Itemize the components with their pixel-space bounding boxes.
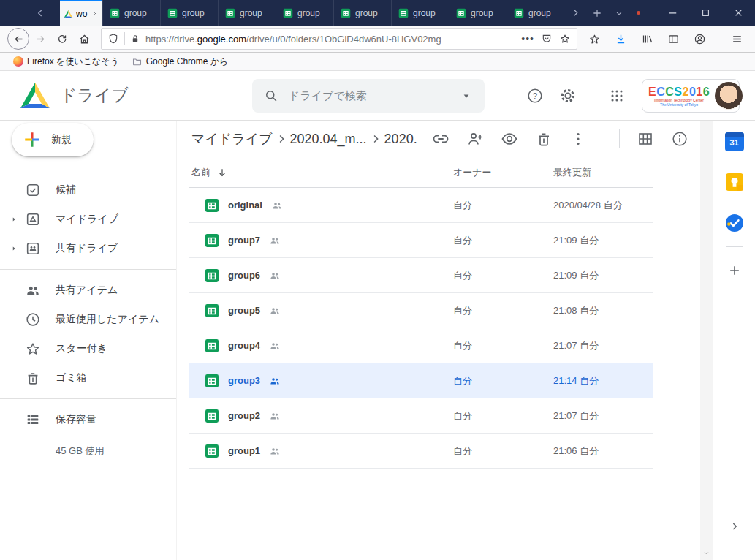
sidebar-item-starred[interactable]: スター付き (0, 334, 176, 363)
minimize-button[interactable] (656, 0, 689, 26)
table-row[interactable]: group2 自分 21:07 自分 (189, 398, 653, 434)
tracking-protection-shield-icon[interactable] (107, 33, 119, 45)
shared-drives-icon (25, 241, 41, 257)
url-bar[interactable]: https://drive.google.com/drive/u/0/folde… (101, 28, 577, 50)
downloads-button[interactable] (610, 28, 631, 50)
collections-star-button[interactable] (583, 28, 605, 50)
search-input[interactable]: ドライブで検索 (252, 79, 485, 113)
sidebar-item-my-drive[interactable]: マイドライブ (0, 205, 176, 234)
get-add-ons-plus-icon[interactable] (727, 263, 742, 278)
url-text[interactable]: https://drive.google.com/drive/u/0/folde… (145, 34, 516, 45)
sidebar-item-shared-with-me[interactable]: 共有アイテム (0, 276, 176, 305)
breadcrumb-chevron-icon (369, 132, 382, 145)
table-row[interactable]: group6 自分 21:09 自分 (189, 258, 653, 293)
tab-group-sheet[interactable]: group (160, 0, 218, 26)
sort-descending-icon[interactable] (216, 167, 228, 178)
tab-group-sheet[interactable]: group (276, 0, 333, 26)
modified-cell: 21:09 自分 (553, 269, 653, 282)
breadcrumb-folder-parent[interactable]: 2020.04_m... (290, 132, 367, 147)
page-actions-icon[interactable]: ••• (521, 33, 534, 45)
forward-button[interactable] (29, 28, 51, 50)
account-badge[interactable]: ECCS2016 Information Technology Center T… (642, 79, 740, 113)
bookmark-folder-chrome[interactable]: Google Chrome から (127, 56, 233, 68)
expand-chevron-icon[interactable] (10, 215, 18, 224)
table-row[interactable]: group7 自分 21:09 自分 (189, 223, 653, 258)
tab-group-sheet[interactable]: group (507, 0, 564, 26)
table-row[interactable]: group1 自分 21:06 自分 (189, 434, 653, 469)
search-icon[interactable] (264, 88, 278, 103)
tab-group-sheet[interactable]: group (449, 0, 507, 26)
calendar-icon[interactable]: 31 (725, 132, 744, 151)
new-button[interactable]: 新規 (12, 123, 94, 156)
help-button[interactable] (520, 81, 550, 110)
table-row-selected[interactable]: group3 自分 21:14 自分 (189, 363, 653, 398)
grid-view-icon[interactable] (637, 130, 654, 148)
remove-trash-icon[interactable] (535, 130, 553, 148)
sidebar-item-shared-drives[interactable]: 共有ドライブ (0, 234, 176, 263)
column-header-name[interactable]: 名前 (189, 166, 453, 179)
owner-cell: 自分 (453, 199, 553, 212)
drive-sidebar: 新規 候補 マイドライブ 共有ドライブ (0, 121, 177, 560)
new-tab-button[interactable] (586, 0, 608, 26)
expand-chevron-icon[interactable] (10, 244, 18, 253)
drive-logo-home[interactable]: ドライブ (19, 81, 129, 110)
tab-group-sheet[interactable]: group (218, 0, 276, 26)
sheets-file-icon (205, 233, 219, 248)
sidebar-item-priority[interactable]: 候補 (0, 175, 176, 205)
tab-drive[interactable]: wo (60, 0, 102, 26)
people-icon (25, 282, 41, 298)
sidebar-item-trash[interactable]: ゴミ箱 (0, 363, 176, 393)
menu-button[interactable] (726, 28, 748, 50)
close-tab-icon[interactable] (92, 10, 99, 17)
column-header-modified[interactable]: 最終更新 (553, 166, 653, 179)
back-button[interactable] (7, 28, 29, 50)
home-button[interactable] (73, 28, 95, 50)
tasks-icon[interactable] (725, 213, 744, 232)
storage-used-label: 45 GB 使用 (0, 444, 176, 458)
scroll-down-icon[interactable] (702, 549, 710, 557)
table-row[interactable]: original 自分 2020/04/28 自分 (189, 188, 653, 223)
get-link-icon[interactable] (432, 130, 449, 148)
scrollbar[interactable] (700, 121, 713, 560)
breadcrumb-my-drive[interactable]: マイドライブ (191, 130, 273, 148)
details-info-icon[interactable] (671, 130, 688, 148)
share-person-add-icon[interactable] (466, 130, 484, 148)
sheets-favicon (283, 8, 293, 18)
more-actions-icon[interactable] (569, 130, 587, 148)
close-window-button[interactable] (722, 0, 755, 26)
column-header-owner[interactable]: オーナー (453, 166, 553, 179)
tab-group-sheet[interactable]: group (333, 0, 391, 26)
google-apps-grid-button[interactable] (602, 81, 631, 110)
lock-icon[interactable] (130, 34, 140, 44)
avatar[interactable] (715, 82, 743, 110)
keep-icon[interactable] (725, 173, 744, 192)
hide-side-panel-chevron-icon[interactable] (729, 521, 740, 532)
pocket-icon[interactable] (541, 33, 553, 45)
shared-people-icon (269, 235, 281, 246)
library-button[interactable] (636, 28, 658, 50)
sidebar-item-recent[interactable]: 最近使用したアイテム (0, 305, 176, 334)
list-all-tabs-button[interactable] (608, 0, 630, 26)
settings-gear-button[interactable] (553, 81, 583, 110)
account-button[interactable] (688, 28, 710, 50)
bookmark-firefox[interactable]: Firefox を使いこなそう (9, 56, 124, 68)
scroll-up-icon[interactable] (702, 124, 710, 132)
table-row[interactable]: group4 自分 21:07 自分 (189, 328, 653, 363)
scroll-tabs-right-button[interactable] (564, 0, 586, 26)
table-row[interactable]: group5 自分 21:08 自分 (189, 293, 653, 328)
sheets-file-icon (205, 409, 219, 423)
modified-cell: 2020/04/28 自分 (553, 199, 653, 212)
scroll-tabs-left-button[interactable] (31, 0, 50, 26)
preview-eye-icon[interactable] (501, 130, 518, 148)
modified-cell: 21:08 自分 (553, 304, 653, 317)
sidebars-button[interactable] (662, 28, 684, 50)
reload-button[interactable] (51, 28, 73, 50)
tab-group-sheet[interactable]: group (102, 0, 160, 26)
maximize-button[interactable] (689, 0, 722, 26)
search-options-chevron-icon[interactable] (460, 89, 473, 102)
sidebar-item-storage[interactable]: 保存容量 (0, 405, 176, 434)
tab-group-sheet[interactable]: group (391, 0, 449, 26)
bookmark-star-icon[interactable] (559, 33, 571, 45)
urlbar-separator (124, 32, 125, 45)
breadcrumb-folder-current[interactable]: 2020. (384, 132, 417, 147)
